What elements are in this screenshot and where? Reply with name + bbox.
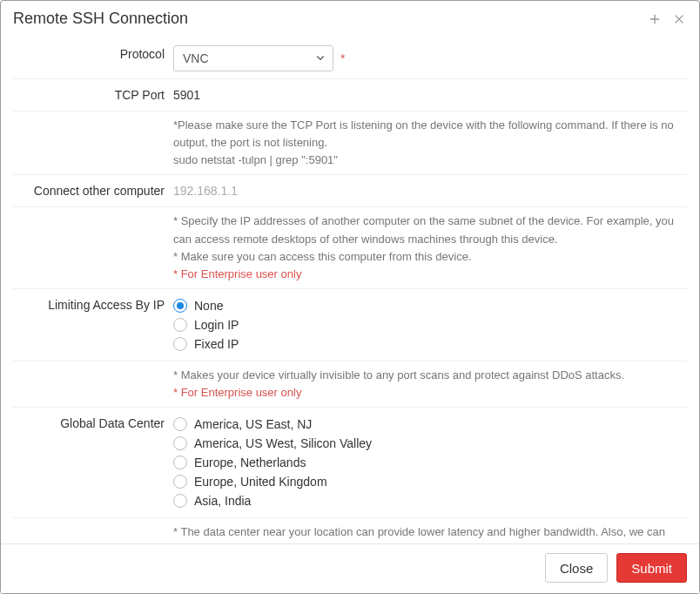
radio-icon: [173, 436, 187, 450]
protocol-value: VNC: [183, 51, 209, 65]
radio-label: Asia, India: [194, 494, 251, 508]
radio-option[interactable]: Login IP: [173, 315, 687, 334]
modal-footer: Close Submit: [1, 543, 699, 593]
tcp-port-value-display[interactable]: 5901: [173, 86, 687, 102]
limit-ip-options: NoneLogin IPFixed IP: [173, 289, 687, 361]
radio-option[interactable]: Europe, United Kingdom: [173, 472, 687, 491]
radio-option[interactable]: Europe, Netherlands: [173, 453, 687, 472]
close-button[interactable]: Close: [545, 553, 608, 583]
modal-body: Protocol VNC * TCP Port 5901: [1, 38, 699, 543]
radio-label: Europe, United Kingdom: [194, 475, 327, 489]
tcp-port-help-2: sudo netstat -tulpn | grep ":5901": [173, 152, 682, 169]
radio-icon: [173, 494, 187, 508]
data-center-help-pre: * The data center near your location can…: [173, 525, 665, 543]
radio-label: Login IP: [194, 318, 239, 332]
protocol-select[interactable]: VNC: [173, 45, 333, 71]
data-center-label: Global Data Center: [13, 408, 173, 517]
connect-other-input-placeholder[interactable]: 192.168.1.1: [173, 182, 687, 198]
radio-label: None: [194, 299, 223, 313]
limit-ip-label: Limiting Access By IP: [13, 289, 173, 361]
modal-remote-ssh: Remote SSH Connection Protocol VNC *: [0, 0, 700, 594]
limit-ip-help-1: * Makes your device virtually invisible …: [173, 367, 682, 384]
radio-option[interactable]: Fixed IP: [173, 334, 687, 354]
radio-option[interactable]: None: [173, 296, 687, 315]
chevron-down-icon: [315, 51, 326, 65]
submit-button[interactable]: Submit: [616, 553, 687, 583]
radio-label: America, US East, NJ: [194, 417, 312, 431]
protocol-label: Protocol: [13, 38, 173, 78]
modal-header: Remote SSH Connection: [1, 1, 699, 38]
data-center-help: * The data center near your location can…: [173, 523, 682, 543]
connect-other-label: Connect other computer: [13, 175, 173, 206]
required-marker: *: [340, 51, 345, 65]
radio-icon: [173, 337, 187, 351]
data-center-options: America, US East, NJAmerica, US West, Si…: [173, 408, 687, 517]
tcp-port-label: TCP Port: [13, 79, 173, 111]
radio-label: Europe, Netherlands: [194, 456, 306, 469]
plus-icon[interactable]: [647, 11, 663, 27]
radio-icon: [173, 417, 187, 431]
radio-label: Fixed IP: [194, 337, 239, 351]
radio-option[interactable]: Asia, India: [173, 491, 687, 510]
tcp-port-help-1: *Please make sure the TCP Port is listen…: [173, 117, 682, 152]
limit-ip-help-enterprise: * For Enterprise user only: [173, 384, 682, 402]
connect-other-help-1: * Specify the IP addresses of another co…: [173, 213, 682, 247]
connect-other-help-2: * Make sure you can access this computer…: [173, 248, 682, 266]
close-icon[interactable]: [671, 11, 687, 27]
radio-icon: [173, 475, 187, 489]
radio-icon: [173, 318, 187, 332]
connect-other-help-enterprise: * For Enterprise user only: [173, 266, 682, 283]
modal-title: Remote SSH Connection: [13, 10, 638, 28]
radio-option[interactable]: America, US West, Silicon Valley: [173, 434, 687, 453]
radio-icon: [173, 299, 187, 313]
radio-label: America, US West, Silicon Valley: [194, 436, 372, 450]
radio-icon: [173, 456, 187, 469]
radio-option[interactable]: America, US East, NJ: [173, 415, 687, 434]
